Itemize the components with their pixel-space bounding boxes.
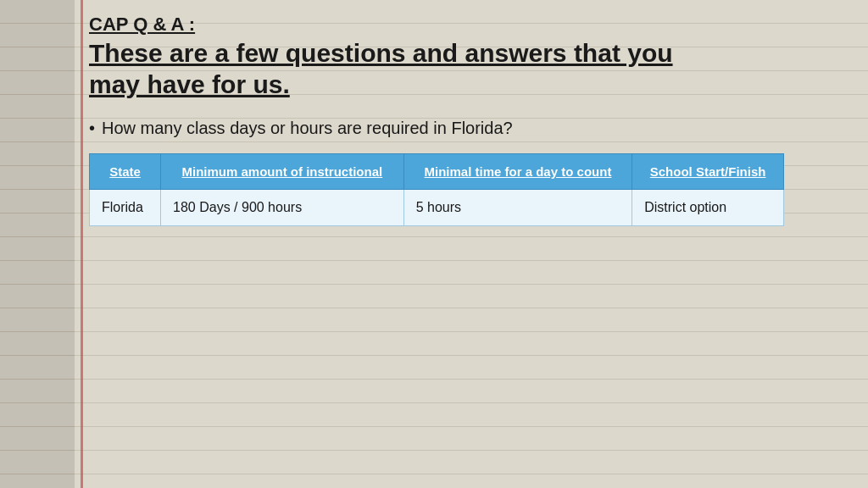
col-header-instructional: Minimum amount of instructional xyxy=(161,153,404,189)
col-header-minimal-time: Minimal time for a day to count xyxy=(403,153,632,189)
florida-requirements-table: State Minimum amount of instructional Mi… xyxy=(89,153,784,226)
margin-line xyxy=(81,0,83,488)
question-text: How many class days or hours are require… xyxy=(102,116,513,140)
cell-state: Florida xyxy=(90,189,161,225)
cell-minimal-time: 5 hours xyxy=(403,189,632,225)
table-header-row: State Minimum amount of instructional Mi… xyxy=(90,153,784,189)
title-line1: CAP Q & A : xyxy=(89,13,851,37)
question-section: • How many class days or hours are requi… xyxy=(89,116,851,140)
table-row: Florida 180 Days / 900 hours 5 hours Dis… xyxy=(90,189,784,225)
col-header-state: State xyxy=(90,153,161,189)
title-line2: These are a few questions and answers th… xyxy=(89,37,851,101)
cell-instructional: 180 Days / 900 hours xyxy=(161,189,404,225)
col-header-school-start: School Start/Finish xyxy=(632,153,784,189)
cell-school-start: District option xyxy=(632,189,784,225)
title-section: CAP Q & A : These are a few questions an… xyxy=(89,13,851,101)
binding-lines xyxy=(0,0,75,488)
main-content: CAP Q & A : These are a few questions an… xyxy=(89,13,851,480)
bullet-point: • xyxy=(89,116,95,140)
